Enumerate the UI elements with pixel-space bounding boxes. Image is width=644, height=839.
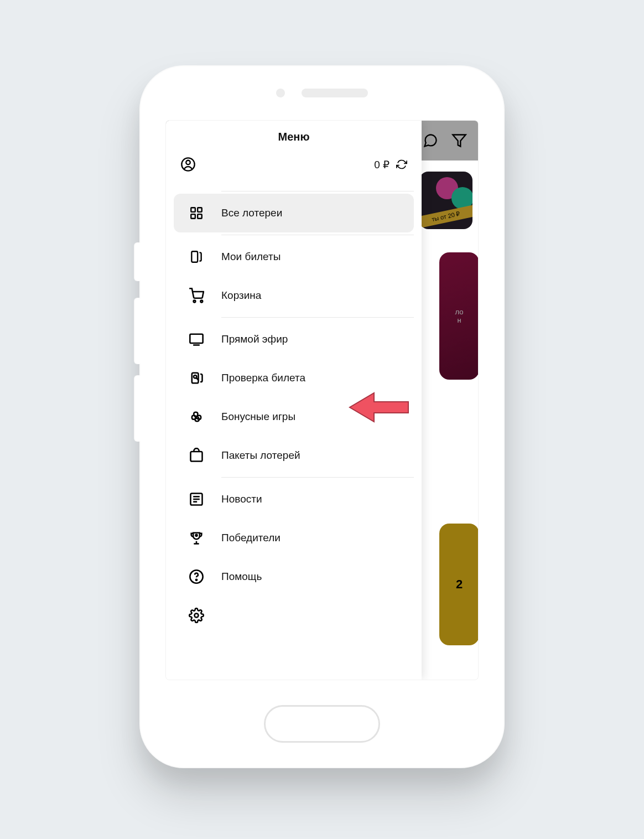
tickets-icon [188,248,205,265]
svg-marker-0 [453,135,465,147]
cart-icon [188,287,205,304]
svg-rect-10 [190,334,202,343]
profile-icon[interactable] [180,157,196,172]
bag-icon [188,447,205,464]
phone-frame: ты от 20 ₽ ще ло н КАЖДЫЕ 5 МИНУТ! о 2 М… [139,65,505,768]
menu-item-label: Корзина [221,289,399,302]
svg-point-19 [195,535,197,536]
help-icon [188,568,205,585]
balance-value: 0 ₽ [374,158,389,171]
phone-top [139,65,505,121]
svg-point-21 [196,579,197,581]
menu-item-winners[interactable]: Победители [174,519,414,557]
menu-item-label: Бонусные игры [221,411,399,423]
svg-rect-14 [191,452,202,462]
svg-point-8 [194,301,196,303]
menu-item-news[interactable]: Новости [174,480,414,519]
chat-icon [423,133,438,148]
phone-side-button [134,298,141,364]
svg-rect-7 [191,251,198,262]
trophy-icon [188,530,205,546]
menu-item-help[interactable]: Помощь [174,557,414,596]
refresh-icon[interactable] [396,159,407,170]
svg-point-9 [200,301,202,303]
svg-rect-3 [191,208,195,212]
home-button[interactable] [264,705,380,743]
promo-ribbon: ты от 20 ₽ [419,203,472,229]
clover-icon [188,408,205,425]
menu-item-cart[interactable]: Корзина [174,276,414,315]
promo-card: ты от 20 ₽ [419,172,472,229]
grid-icon [188,205,205,221]
svg-rect-5 [191,214,195,219]
menu-item-check-ticket[interactable]: Проверка билета [174,359,414,397]
tv-icon [188,331,205,348]
menu-title: Меню [166,121,422,149]
menu-item-label: Победители [221,532,399,544]
svg-point-2 [186,160,190,164]
svg-point-22 [195,614,199,618]
menu-item-label: Помощь [221,571,399,583]
menu-item-label: Мои билеты [221,251,399,263]
svg-point-13 [194,375,196,378]
menu-item-label: Проверка билета [221,372,399,384]
check-ticket-icon [188,370,205,386]
menu-item-label: Новости [221,493,399,505]
menu-item-all-lotteries[interactable]: Все лотереи [174,194,414,232]
menu-item-label: Все лотереи [221,207,399,219]
menu-panel: Меню 0 ₽ Все лотереи [166,121,422,680]
menu-item-label: Пакеты лотерей [221,449,399,462]
svg-rect-4 [198,208,202,212]
menu-item-bonus-games[interactable]: Бонусные игры [174,397,414,436]
menu-item-live[interactable]: Прямой эфир [174,320,414,359]
menu-list: Все лотереи Мои билеты Корзина [166,189,422,680]
menu-item-partial[interactable] [174,596,414,624]
phone-side-button [134,242,141,281]
lottery-card: 2 [439,524,478,645]
lottery-card: ло н [439,252,478,380]
gear-icon [188,607,205,624]
news-icon [188,491,205,507]
menu-item-my-tickets[interactable]: Мои билеты [174,237,414,276]
phone-side-button [134,375,141,442]
svg-rect-6 [198,214,202,219]
menu-item-label: Прямой эфир [221,333,399,345]
menu-item-packages[interactable]: Пакеты лотерей [174,436,414,475]
filter-icon [451,133,467,148]
screen: ты от 20 ₽ ще ло н КАЖДЫЕ 5 МИНУТ! о 2 М… [166,121,478,680]
